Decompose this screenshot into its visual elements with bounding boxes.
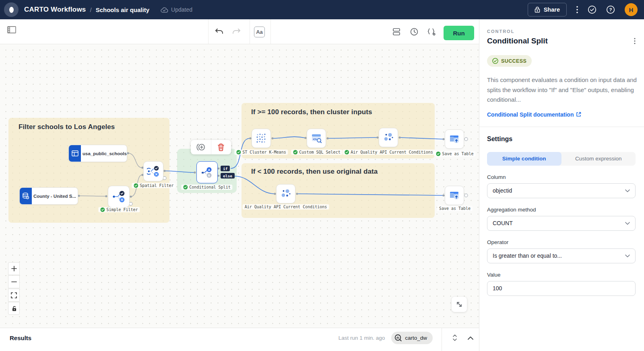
operator-field: Operator Is greater than or equal to...	[487, 239, 636, 263]
validation-status-button[interactable]	[588, 5, 597, 14]
resize-results-button[interactable]	[452, 334, 457, 341]
annotation-button[interactable]: Aa	[254, 27, 265, 37]
documentation-link[interactable]: Conditional Split documentation	[487, 111, 581, 118]
if-output-badge[interactable]: if	[221, 166, 230, 171]
zoom-out-button[interactable]	[8, 275, 20, 288]
value-field: Value	[487, 272, 636, 296]
check-circle-icon	[588, 5, 597, 14]
node-air-quality-api-1[interactable]	[379, 128, 398, 147]
external-link-icon	[576, 112, 581, 117]
else-output-badge[interactable]: else	[221, 173, 235, 179]
edge	[400, 138, 443, 139]
success-check-icon	[134, 183, 138, 188]
minus-icon	[11, 279, 17, 285]
share-button[interactable]: Share	[528, 3, 567, 16]
node-status-label: Air Quality API Current Conditions	[343, 150, 435, 155]
panel-title: Conditional Split	[487, 37, 548, 45]
clock-icon	[410, 27, 419, 36]
node-conditional-split[interactable]: AB	[196, 161, 218, 183]
aggregation-field: Aggregation method COUNT	[487, 207, 636, 231]
connection-name: carto_dw	[405, 335, 427, 341]
save-table-icon	[448, 189, 460, 201]
operator-select[interactable]: Is greater than or equal to...	[487, 248, 636, 263]
redo-button[interactable]	[231, 27, 241, 36]
last-run-label: Last run 1 min. ago	[339, 335, 385, 341]
node-label-text: Spatial Filter	[140, 183, 173, 188]
node-status-label: Simple Filter	[98, 207, 140, 212]
node-save-as-table-2[interactable]	[445, 186, 464, 205]
svg-text:B: B	[208, 173, 210, 177]
node-label-text: Air Quality API Current Conditions	[351, 150, 433, 154]
svg-text:<>: <>	[313, 137, 317, 141]
node-spatial-filter[interactable]	[143, 161, 163, 181]
node-air-quality-api-2[interactable]	[276, 184, 295, 203]
run-button[interactable]: Run	[444, 26, 474, 40]
lock-icon	[535, 6, 540, 13]
success-check-icon	[293, 150, 297, 154]
carto-logo-icon[interactable]	[4, 2, 19, 17]
kebab-menu-icon	[576, 6, 578, 13]
duplicate-node-button[interactable]	[191, 140, 211, 154]
more-options-button[interactable]	[576, 6, 578, 13]
toolbar-divider	[270, 19, 271, 44]
connection-selector[interactable]: carto_dw	[391, 332, 433, 344]
chevron-down-icon	[625, 222, 630, 225]
edge	[128, 153, 142, 168]
aggregation-select[interactable]: COUNT	[487, 216, 636, 231]
select-value: objectid	[493, 187, 512, 194]
bottombar-divider	[442, 328, 442, 351]
expand-results-button[interactable]	[452, 297, 467, 312]
node-status-label: Spatial Filter	[132, 183, 175, 188]
toggle-components-sidebar-button[interactable]	[7, 26, 16, 33]
copy-plus-icon	[196, 143, 206, 152]
node-label-text: Custom SQL Select	[299, 150, 340, 154]
node-simple-filter[interactable]	[108, 186, 130, 207]
node-save-as-table-1[interactable]	[445, 129, 464, 149]
status-label: SUCCESS	[501, 58, 526, 64]
air-quality-icon	[382, 131, 394, 144]
success-check-icon	[345, 150, 349, 154]
value-input[interactable]	[487, 281, 636, 296]
component-description: This component evaluates a condition on …	[487, 75, 637, 105]
code-settings-icon	[427, 27, 437, 37]
sidebar-panel-icon	[7, 26, 16, 33]
node-status-label: Conditional Split	[181, 185, 232, 190]
panel-options-button[interactable]	[634, 38, 636, 44]
tab-custom-expression[interactable]: Custom expression	[561, 152, 636, 166]
doc-link-label: Conditional Split documentation	[487, 111, 574, 118]
column-select[interactable]: objectid	[487, 183, 636, 198]
help-button[interactable]: ?	[606, 5, 615, 14]
workflow-canvas[interactable]: Filter schools to Los Angeles If >= 100 …	[0, 44, 479, 328]
save-table-icon	[448, 133, 460, 145]
user-avatar[interactable]: H	[625, 3, 638, 16]
node-st-cluster-kmeans[interactable]	[252, 129, 271, 148]
fit-to-screen-button[interactable]	[8, 289, 20, 302]
status-badge: SUCCESS	[487, 55, 532, 67]
results-title: Results	[10, 335, 31, 341]
undo-button[interactable]	[215, 27, 224, 36]
node-usa-public-schools[interactable]: usa_public_schools	[68, 145, 127, 162]
edge	[235, 176, 275, 194]
help-icon: ?	[606, 5, 615, 14]
data-sources-button[interactable]	[392, 27, 401, 36]
node-status-label: ST Cluster K-Means	[234, 150, 288, 155]
sql-export-button[interactable]	[427, 27, 437, 37]
field-label: Column	[487, 174, 636, 180]
execution-history-button[interactable]	[410, 27, 419, 36]
field-label: Value	[487, 272, 636, 278]
tab-simple-condition[interactable]: Simple condition	[487, 152, 561, 166]
node-custom-sql-select[interactable]: <>	[307, 129, 326, 148]
node-county-source[interactable]: County - United S...	[19, 187, 78, 205]
workflow-name[interactable]: Schools air quality	[96, 6, 149, 13]
lock-canvas-button[interactable]	[8, 302, 20, 315]
undo-icon	[215, 27, 224, 36]
fit-screen-icon	[11, 292, 17, 298]
node-label: County - United S...	[32, 194, 78, 199]
share-label: Share	[544, 6, 560, 13]
toolbar-divider	[250, 19, 250, 44]
edge	[272, 137, 305, 138]
collapse-results-button[interactable]	[468, 336, 473, 340]
top-bar: CARTO Workflows / Schools air quality Up…	[0, 0, 644, 19]
zoom-in-button[interactable]	[8, 262, 20, 275]
delete-node-button[interactable]	[211, 140, 231, 154]
